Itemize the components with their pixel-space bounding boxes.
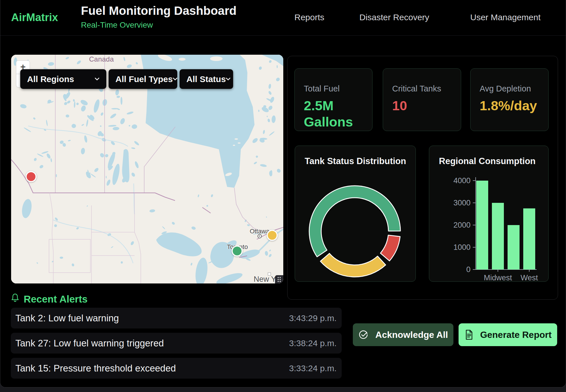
map-country-label: Canada [89,55,114,63]
stat-label: Avg Depletion [480,84,539,93]
button-label: Generate Report [480,330,552,340]
chevron-down-icon [95,77,99,81]
status-filter-value: All Status [186,74,226,84]
app-window: AirMatrix Fuel Monitoring Dashboard Real… [0,0,566,387]
donut-segment-critical[interactable] [380,235,400,261]
svg-text:West: West [520,273,538,281]
button-label: Acknowledge All [375,330,448,340]
nav-item-user-management[interactable]: User Management [470,13,541,22]
tank-status-chart-card: Tank Status Distribution [295,146,416,282]
document-icon [464,329,473,340]
drag-dots-icon [278,277,281,282]
svg-text:3000: 3000 [453,199,471,207]
page-subtitle: Real-Time Overview [81,21,153,30]
region-filter-value: All Regions [27,74,74,84]
map-marker-normal[interactable] [232,246,243,257]
map-panel[interactable]: Canada OttawaTorontoNew York + − All Reg… [11,55,283,283]
svg-text:4000: 4000 [453,176,471,185]
svg-text:Midwest: Midwest [484,273,512,281]
alert-message: Tank 2: Low fuel warning [15,313,119,324]
status-filter-dropdown[interactable]: All Status [180,69,233,89]
check-circle-icon [358,330,368,340]
stat-card-total-fuel: Total Fuel 2.5M Gallons [294,68,372,131]
bar-1[interactable] [492,203,504,270]
donut-segment-warning[interactable] [320,253,386,277]
nav-item-reports[interactable]: Reports [294,13,324,22]
alert-timestamp: 3:43:29 p.m. [289,313,337,323]
alert-timestamp: 3:38:24 p.m. [289,338,337,348]
map-marker-warning[interactable] [267,230,278,241]
stat-value: 2.5M Gallons [304,97,363,130]
fuel-type-filter-value: All Fuel Types [115,74,173,84]
stat-value: 1.8%/day [480,97,539,114]
regional-consumption-chart-card: Regional Consumption 01000200030004000Mi… [429,146,549,282]
chart-title: Tank Status Distribution [305,156,406,166]
brand-logo[interactable]: AirMatrix [11,11,58,24]
generate-report-button[interactable]: Generate Report [459,323,557,346]
fuel-type-filter-dropdown[interactable]: All Fuel Types [109,69,177,89]
alert-row: Tank 15: Pressure threshold exceeded3:33… [11,358,342,379]
alerts-heading: Recent Alerts [24,293,87,305]
chart-title: Regional Consumption [439,156,536,166]
stat-value: 10 [392,97,452,114]
town-dot-icon [268,273,271,276]
chevron-down-icon [173,77,178,81]
stat-label: Critical Tanks [392,84,452,93]
bar-2[interactable] [508,225,520,270]
map-marker-critical[interactable] [26,171,37,182]
region-filter-dropdown[interactable]: All Regions [20,69,106,89]
svg-text:1000: 1000 [453,243,471,252]
stat-card-critical-tanks: Critical Tanks 10 [383,68,461,131]
metrics-panel: Total Fuel 2.5M Gallons Critical Tanks 1… [287,56,558,300]
app-header: AirMatrix Fuel Monitoring Dashboard Real… [0,0,566,36]
nav-item-disaster-recovery[interactable]: Disaster Recovery [359,13,429,22]
chevron-down-icon [226,77,231,81]
svg-text:2000: 2000 [453,221,471,229]
alert-timestamp: 3:33:24 p.m. [289,364,337,373]
ottawa-town-icon [258,234,262,238]
svg-text:0: 0 [466,265,471,274]
stat-card-avg-depletion: Avg Depletion 1.8%/day [470,68,549,131]
alert-message: Tank 27: Low fuel warning triggered [15,338,164,349]
bell-icon [11,293,20,303]
bar-0[interactable] [476,181,488,270]
alert-row: Tank 27: Low fuel warning triggered3:38:… [11,333,342,354]
bar-3[interactable] [523,209,535,270]
alert-message: Tank 15: Pressure threshold exceeded [15,363,176,374]
map-resize-handle[interactable] [275,275,283,283]
alert-row: Tank 2: Low fuel warning3:43:29 p.m. [11,308,342,328]
acknowledge-all-button[interactable]: Acknowledge All [353,323,453,346]
page-title: Fuel Monitoring Dashboard [81,4,237,18]
stat-label: Total Fuel [304,84,363,93]
